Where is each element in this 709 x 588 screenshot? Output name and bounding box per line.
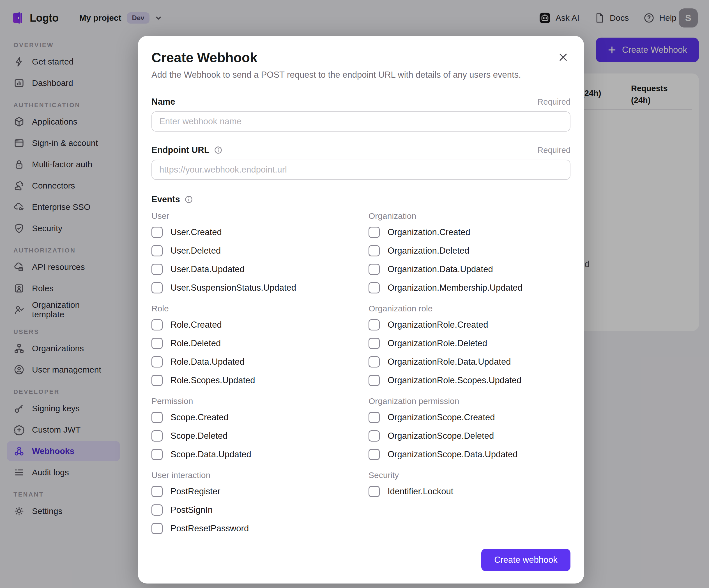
event-option-label: PostResetPassword (170, 523, 249, 534)
event-option-organizationscope-created[interactable]: OrganizationScope.Created (369, 408, 571, 427)
event-option-label: OrganizationScope.Created (388, 412, 495, 423)
event-option-organizationrole-scopes-updated[interactable]: OrganizationRole.Scopes.Updated (369, 371, 571, 390)
event-group-label: Security (369, 470, 571, 480)
event-checkbox[interactable] (369, 412, 380, 423)
event-group-role: RoleRole.CreatedRole.DeletedRole.Data.Up… (152, 304, 369, 390)
event-option-label: Role.Scopes.Updated (170, 375, 255, 385)
event-option-label: Role.Deleted (170, 338, 221, 349)
event-option-user-created[interactable]: User.Created (152, 223, 369, 241)
event-option-role-data-updated[interactable]: Role.Data.Updated (152, 353, 369, 371)
event-checkbox[interactable] (369, 338, 380, 349)
event-option-role-created[interactable]: Role.Created (152, 315, 369, 334)
event-checkbox[interactable] (369, 245, 380, 256)
event-checkbox[interactable] (369, 264, 380, 275)
event-option-organizationrole-deleted[interactable]: OrganizationRole.Deleted (369, 334, 571, 353)
event-checkbox[interactable] (369, 227, 380, 238)
event-option-user-suspensionstatus-updated[interactable]: User.SuspensionStatus.Updated (152, 279, 369, 297)
create-webhook-submit-button[interactable]: Create webhook (481, 549, 571, 571)
event-option-label: Organization.Deleted (388, 246, 469, 256)
event-option-scope-created[interactable]: Scope.Created (152, 408, 369, 427)
event-option-organizationscope-deleted[interactable]: OrganizationScope.Deleted (369, 427, 571, 445)
event-checkbox[interactable] (152, 356, 163, 367)
event-option-label: OrganizationRole.Deleted (388, 338, 487, 349)
event-option-label: Role.Created (170, 320, 222, 330)
event-checkbox[interactable] (369, 282, 380, 293)
event-checkbox[interactable] (369, 356, 380, 367)
event-group-label: User interaction (152, 470, 369, 480)
event-option-postsignin[interactable]: PostSignIn (152, 501, 369, 519)
event-option-label: User.Created (170, 227, 222, 237)
event-option-organizationscope-data-updated[interactable]: OrganizationScope.Data.Updated (369, 445, 571, 464)
event-group-permission: PermissionScope.CreatedScope.DeletedScop… (152, 397, 369, 464)
app-window: Logto My project Dev Ask AIDocsHelp S OV… (0, 0, 709, 588)
event-group-label: Organization role (369, 304, 571, 313)
event-option-identifier-lockout[interactable]: Identifier.Lockout (369, 482, 571, 501)
event-checkbox[interactable] (152, 319, 163, 330)
event-checkbox[interactable] (369, 375, 380, 386)
events-grid: UserUser.CreatedUser.DeletedUser.Data.Up… (152, 205, 571, 538)
event-group-label: Role (152, 304, 369, 313)
event-option-label: OrganizationRole.Created (388, 320, 488, 330)
event-option-label: OrganizationRole.Data.Updated (388, 357, 511, 367)
event-option-organizationrole-data-updated[interactable]: OrganizationRole.Data.Updated (369, 353, 571, 371)
event-checkbox[interactable] (152, 486, 163, 497)
event-option-label: Scope.Data.Updated (170, 450, 251, 460)
event-checkbox[interactable] (152, 523, 163, 534)
event-option-label: OrganizationScope.Data.Updated (388, 450, 518, 460)
event-option-user-data-updated[interactable]: User.Data.Updated (152, 260, 369, 279)
info-icon[interactable] (185, 195, 193, 204)
event-option-postresetpassword[interactable]: PostResetPassword (152, 519, 369, 538)
event-checkbox[interactable] (152, 375, 163, 386)
event-group-organization-role: Organization roleOrganizationRole.Create… (369, 304, 571, 390)
event-checkbox[interactable] (369, 319, 380, 330)
event-checkbox[interactable] (152, 282, 163, 293)
endpoint-url-field-label: Endpoint URL (152, 145, 210, 155)
event-checkbox[interactable] (369, 430, 380, 441)
event-option-scope-data-updated[interactable]: Scope.Data.Updated (152, 445, 369, 464)
event-option-label: Organization.Created (388, 227, 470, 237)
event-group-organization: OrganizationOrganization.CreatedOrganiza… (369, 211, 571, 297)
event-option-user-deleted[interactable]: User.Deleted (152, 241, 369, 260)
webhook-name-input[interactable] (152, 111, 571, 132)
event-option-organization-created[interactable]: Organization.Created (369, 223, 571, 241)
modal-title: Create Webhook (152, 50, 258, 66)
event-checkbox[interactable] (152, 412, 163, 423)
create-webhook-modal: Create Webhook Add the Webhook to send a… (138, 36, 584, 584)
event-checkbox[interactable] (152, 430, 163, 441)
modal-description: Add the Webhook to send a POST request t… (152, 70, 571, 80)
event-option-label: OrganizationRole.Scopes.Updated (388, 375, 521, 385)
event-checkbox[interactable] (369, 449, 380, 460)
event-group-security: SecurityIdentifier.Lockout (369, 470, 571, 538)
event-checkbox[interactable] (152, 245, 163, 256)
event-option-label: User.Data.Updated (170, 264, 244, 274)
event-checkbox[interactable] (152, 264, 163, 275)
event-group-label: Permission (152, 397, 369, 406)
event-option-label: Identifier.Lockout (388, 486, 453, 496)
event-checkbox[interactable] (152, 227, 163, 238)
event-option-organizationrole-created[interactable]: OrganizationRole.Created (369, 315, 571, 334)
event-checkbox[interactable] (152, 504, 163, 516)
event-option-label: Scope.Deleted (170, 431, 228, 441)
event-option-label: PostRegister (170, 486, 220, 496)
event-option-scope-deleted[interactable]: Scope.Deleted (152, 427, 369, 445)
event-group-label: Organization (369, 211, 571, 221)
info-icon[interactable] (214, 146, 222, 154)
event-option-label: User.SuspensionStatus.Updated (170, 283, 296, 293)
event-option-label: OrganizationScope.Deleted (388, 431, 494, 441)
endpoint-url-input[interactable] (152, 160, 571, 180)
event-group-label: User (152, 211, 369, 221)
event-option-role-deleted[interactable]: Role.Deleted (152, 334, 369, 353)
event-option-label: Organization.Data.Updated (388, 264, 493, 274)
name-required-hint: Required (537, 97, 571, 107)
event-group-label: Organization permission (369, 397, 571, 406)
event-option-postregister[interactable]: PostRegister (152, 482, 369, 501)
event-checkbox[interactable] (152, 449, 163, 460)
event-option-organization-deleted[interactable]: Organization.Deleted (369, 241, 571, 260)
event-option-role-scopes-updated[interactable]: Role.Scopes.Updated (152, 371, 369, 390)
event-group-user-interaction: User interactionPostRegisterPostSignInPo… (152, 470, 369, 538)
event-checkbox[interactable] (152, 338, 163, 349)
event-checkbox[interactable] (369, 486, 380, 497)
close-icon[interactable] (556, 50, 571, 65)
event-option-organization-membership-updated[interactable]: Organization.Membership.Updated (369, 279, 571, 297)
event-option-organization-data-updated[interactable]: Organization.Data.Updated (369, 260, 571, 279)
